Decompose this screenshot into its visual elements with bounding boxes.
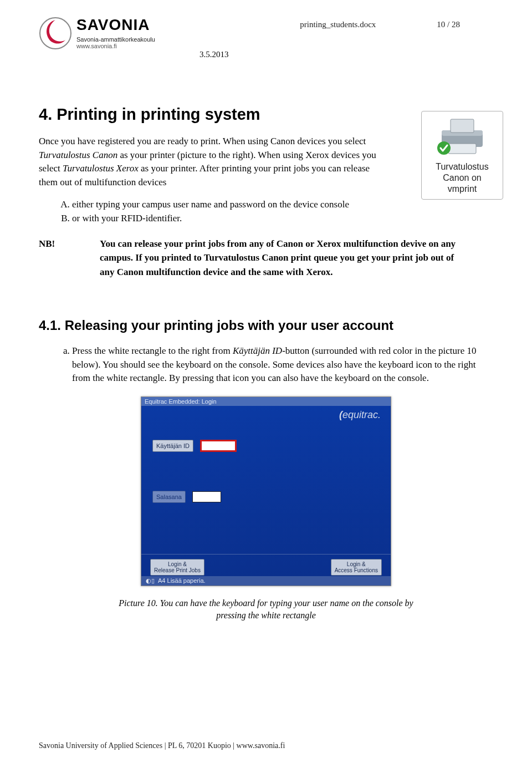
status-icon: ◐▯ (146, 577, 155, 584)
printer-card-line2: Canon on (424, 172, 500, 184)
device-status-bar: ◐▯ A4 Lisää paperia. (141, 576, 391, 586)
printer-card-line3: vmprint (424, 184, 500, 195)
doc-filename: printing_students.docx (300, 20, 376, 29)
page-header: SAVONIA Savonia-ammattikorkeakoulu www.s… (39, 17, 493, 50)
device-titlebar: Equitrac Embedded: Login (141, 397, 391, 406)
login-release-button[interactable]: Login & Release Print Jobs (150, 559, 204, 576)
device-brand-label: (equitrac. (141, 406, 391, 421)
svg-point-0 (40, 18, 71, 49)
logo-block: SAVONIA Savonia-ammattikorkeakoulu www.s… (39, 17, 155, 50)
svg-point-6 (437, 141, 451, 155)
page-number: 10 / 28 (437, 20, 460, 29)
user-id-button[interactable]: Käyttäjän ID (152, 440, 193, 452)
svg-point-1 (54, 22, 65, 35)
brand-word: SAVONIA (76, 17, 155, 34)
svg-rect-4 (451, 119, 474, 133)
brand-subtitle: Savonia-ammattikorkeakoulu (76, 36, 155, 43)
printer-card-line1: Turvatulostus (424, 161, 500, 172)
brand-url: www.savonia.fi (76, 43, 155, 49)
list-item: or with your RFID-identifier. (72, 211, 493, 226)
figure-caption: Picture 10. You can have the keyboard fo… (111, 597, 421, 622)
login-access-button[interactable]: Login & Access Functions (331, 559, 382, 576)
user-id-input[interactable] (200, 440, 237, 452)
release-options-list: either typing your campus user name and … (39, 197, 493, 226)
nb-text: You can release your print jobs from any… (100, 237, 466, 279)
printer-icon (432, 115, 493, 159)
device-console-screenshot: Equitrac Embedded: Login (equitrac. Käyt… (141, 396, 391, 586)
doc-date: 3.5.2013 (200, 50, 229, 59)
steps-list: Press the white rectangle to the right f… (39, 344, 493, 385)
nb-note: NB! You can release your print jobs from… (39, 237, 493, 279)
password-button[interactable]: Salasana (152, 491, 186, 503)
nb-label: NB! (39, 237, 78, 279)
list-item: Press the white rectangle to the right f… (72, 344, 493, 385)
page-footer: Savonia University of Applied Sciences |… (39, 741, 285, 750)
savonia-logo-icon (39, 17, 72, 50)
password-input[interactable] (192, 491, 221, 502)
intro-paragraph: Once you have registered you are ready t… (39, 135, 377, 190)
printer-queue-card: Turvatulostus Canon on vmprint (421, 111, 503, 200)
svg-rect-5 (448, 144, 476, 154)
heading-2: 4.1. Releasing your printing jobs with y… (39, 318, 493, 333)
